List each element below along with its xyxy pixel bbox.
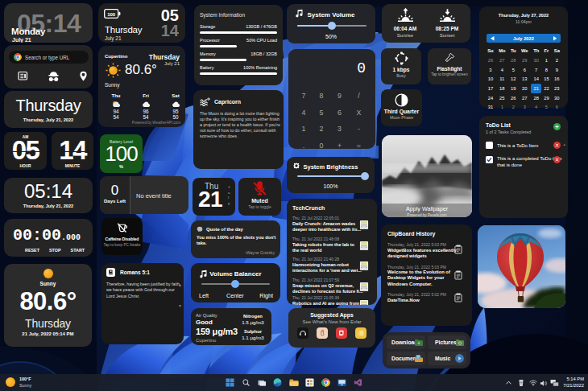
svg-text:100: 100 (107, 12, 116, 17)
